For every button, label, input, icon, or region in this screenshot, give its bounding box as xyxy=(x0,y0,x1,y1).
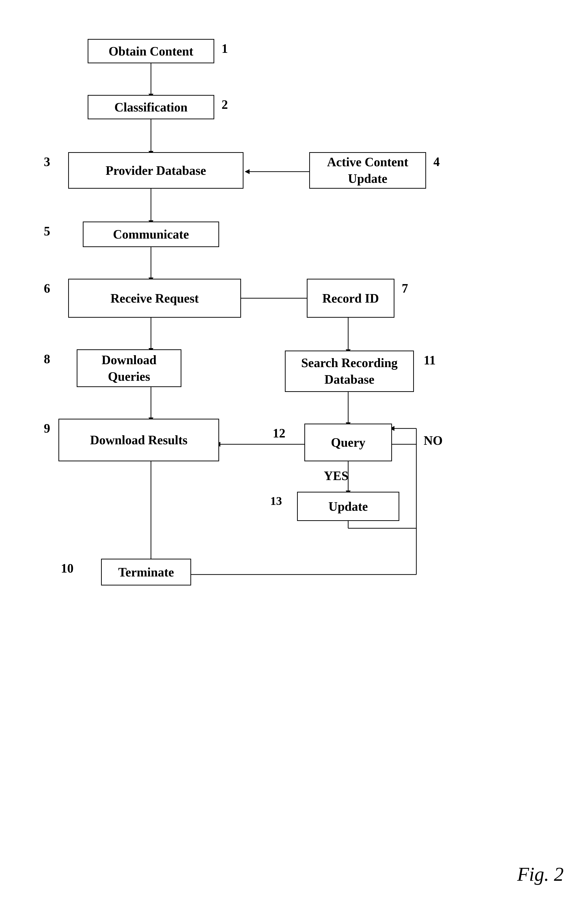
terminate-box: Terminate xyxy=(101,559,191,585)
download-results-box: Download Results xyxy=(59,419,219,461)
update-box: Update xyxy=(297,492,399,521)
no-label: NO xyxy=(424,433,443,448)
query-box: Query xyxy=(304,424,392,461)
query-num: 12 xyxy=(273,426,285,441)
search-recording-database-label: Search Recording Database xyxy=(301,355,397,388)
terminate-label: Terminate xyxy=(118,565,174,579)
provider-database-label: Provider Database xyxy=(105,163,206,178)
figure-label: Fig. 2 xyxy=(517,863,564,885)
download-queries-label: Download Queries xyxy=(102,352,156,385)
download-results-label: Download Results xyxy=(90,433,188,447)
provider-database-box: Provider Database xyxy=(68,152,244,189)
classification-box: Classification xyxy=(88,95,214,119)
download-queries-box: Download Queries xyxy=(77,349,182,387)
yes-label: YES xyxy=(324,469,348,483)
obtain-content-num: 1 xyxy=(222,41,228,56)
svg-marker-5 xyxy=(245,169,250,174)
update-num: 13 xyxy=(270,494,282,507)
communicate-num: 5 xyxy=(44,224,50,238)
query-label: Query xyxy=(331,435,365,450)
record-id-box: Record ID xyxy=(307,279,394,318)
terminate-num: 10 xyxy=(61,561,73,576)
search-recording-database-box: Search Recording Database xyxy=(285,351,414,392)
record-id-label: Record ID xyxy=(323,291,379,306)
receive-request-box: Receive Request xyxy=(68,279,241,318)
search-recording-database-num: 11 xyxy=(424,353,436,367)
active-content-update-label: Active Content Update xyxy=(327,154,408,187)
update-label: Update xyxy=(329,499,368,514)
download-queries-num: 8 xyxy=(44,352,50,366)
record-id-num: 7 xyxy=(402,281,408,296)
receive-request-num: 6 xyxy=(44,281,50,296)
communicate-box: Communicate xyxy=(83,222,219,247)
active-content-update-num: 4 xyxy=(433,155,440,169)
communicate-label: Communicate xyxy=(113,227,189,242)
obtain-content-label: Obtain Content xyxy=(109,44,193,59)
receive-request-label: Receive Request xyxy=(110,291,199,306)
classification-label: Classification xyxy=(115,100,188,115)
download-results-num: 9 xyxy=(44,421,50,436)
classification-num: 2 xyxy=(222,98,228,112)
provider-database-num: 3 xyxy=(44,155,50,169)
obtain-content-box: Obtain Content xyxy=(88,39,214,63)
active-content-update-box: Active Content Update xyxy=(309,152,426,189)
